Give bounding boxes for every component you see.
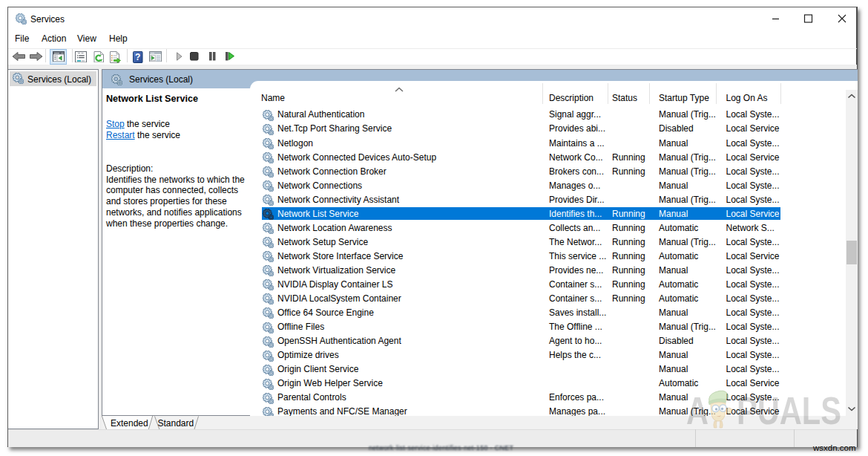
svg-text:?: ? (135, 52, 140, 62)
